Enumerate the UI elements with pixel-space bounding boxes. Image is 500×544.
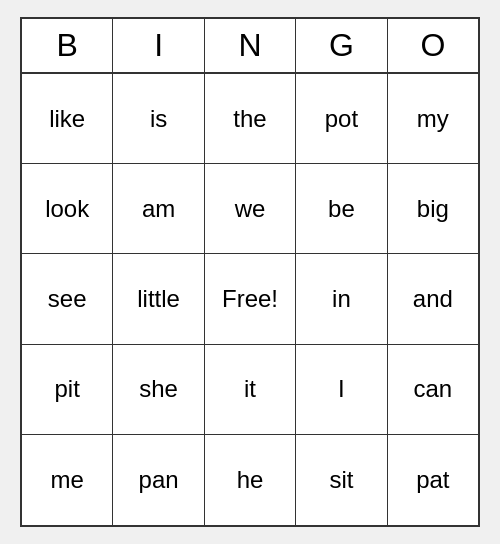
cell-3-1: see <box>22 254 113 344</box>
cell-4-4: I <box>296 345 387 435</box>
cell-2-2: am <box>113 164 204 254</box>
bingo-header: B I N G O <box>22 19 478 74</box>
cell-4-1: pit <box>22 345 113 435</box>
header-n: N <box>205 19 296 72</box>
cell-2-3: we <box>205 164 296 254</box>
cell-5-3: he <box>205 435 296 525</box>
cell-1-5: my <box>388 74 478 164</box>
cell-1-3: the <box>205 74 296 164</box>
header-o: O <box>388 19 478 72</box>
cell-1-4: pot <box>296 74 387 164</box>
cell-3-5: and <box>388 254 478 344</box>
bingo-row-4: pit she it I can <box>22 345 478 435</box>
cell-2-4: be <box>296 164 387 254</box>
bingo-row-5: me pan he sit pat <box>22 435 478 525</box>
header-i: I <box>113 19 204 72</box>
cell-5-5: pat <box>388 435 478 525</box>
cell-2-5: big <box>388 164 478 254</box>
bingo-row-1: like is the pot my <box>22 74 478 164</box>
cell-1-1: like <box>22 74 113 164</box>
cell-3-4: in <box>296 254 387 344</box>
cell-4-5: can <box>388 345 478 435</box>
bingo-row-2: look am we be big <box>22 164 478 254</box>
cell-2-1: look <box>22 164 113 254</box>
cell-3-3-free: Free! <box>205 254 296 344</box>
cell-5-2: pan <box>113 435 204 525</box>
bingo-row-3: see little Free! in and <box>22 254 478 344</box>
header-b: B <box>22 19 113 72</box>
cell-5-1: me <box>22 435 113 525</box>
cell-1-2: is <box>113 74 204 164</box>
header-g: G <box>296 19 387 72</box>
cell-3-2: little <box>113 254 204 344</box>
cell-4-3: it <box>205 345 296 435</box>
cell-4-2: she <box>113 345 204 435</box>
cell-5-4: sit <box>296 435 387 525</box>
bingo-card: B I N G O like is the pot my look am we … <box>20 17 480 527</box>
bingo-grid: like is the pot my look am we be big see… <box>22 74 478 525</box>
